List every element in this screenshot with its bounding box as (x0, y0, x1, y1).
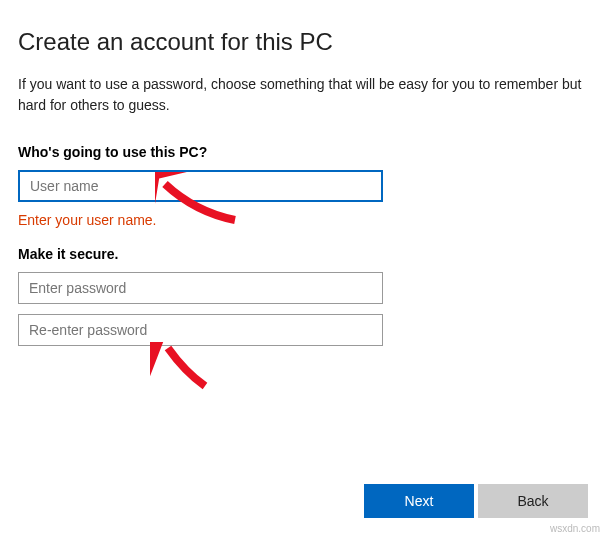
username-label: Who's going to use this PC? (18, 144, 588, 160)
arrow-annotation-icon (150, 342, 220, 392)
back-button[interactable]: Back (478, 484, 588, 518)
next-button[interactable]: Next (364, 484, 474, 518)
watermark: wsxdn.com (550, 523, 600, 534)
page-subtitle: If you want to use a password, choose so… (18, 74, 588, 116)
username-input[interactable] (18, 170, 383, 202)
footer-buttons: Next Back (364, 484, 588, 518)
username-error: Enter your user name. (18, 212, 588, 228)
page-title: Create an account for this PC (18, 28, 588, 56)
password-section-label: Make it secure. (18, 246, 588, 262)
account-form: Create an account for this PC If you wan… (0, 0, 606, 346)
confirm-password-input[interactable] (18, 314, 383, 346)
password-input[interactable] (18, 272, 383, 304)
